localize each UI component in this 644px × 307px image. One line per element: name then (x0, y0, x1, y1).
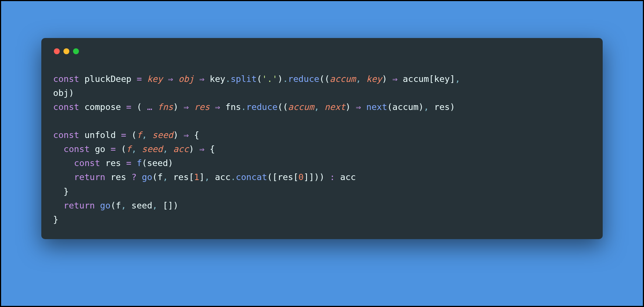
code-token: go (142, 172, 152, 182)
code-token (194, 144, 199, 154)
code-token (53, 186, 63, 197)
code-token: ⇒ (184, 102, 189, 112)
code-token: accum (398, 74, 429, 84)
code-token: split (231, 74, 257, 84)
code-token: ? (131, 172, 136, 182)
code-token: ( (142, 158, 147, 168)
code-token (173, 74, 178, 84)
code-token: . (283, 74, 288, 84)
code-token: [ (189, 172, 194, 182)
code-token (351, 102, 356, 112)
code-token: obj (179, 74, 194, 84)
code-token: ) (189, 144, 194, 154)
code-token (53, 158, 74, 168)
code-token: key (204, 74, 225, 84)
code-token (53, 200, 63, 211)
code-line: const res = f(seed) (53, 156, 591, 170)
code-token: : (330, 172, 335, 182)
code-token: ([ (267, 172, 277, 182)
code-token (53, 172, 74, 182)
minimize-icon[interactable] (63, 48, 69, 54)
code-token: accum (288, 102, 314, 112)
code-window: const pluckDeep = key ⇒ obj ⇒ key.split(… (41, 38, 603, 239)
code-token: ⇒ (215, 102, 220, 112)
code-token: ) (450, 102, 455, 112)
code-token: ⇒ (184, 130, 189, 140)
code-token: '.' (262, 74, 277, 84)
code-editor[interactable]: const pluckDeep = key ⇒ obj ⇒ key.split(… (53, 72, 591, 227)
code-token (189, 130, 194, 140)
code-token: ( (131, 130, 136, 140)
code-token (325, 172, 330, 182)
code-token: res (100, 158, 126, 168)
code-token: , (163, 172, 173, 182)
code-token: return (74, 172, 105, 182)
code-token: 1 (194, 172, 199, 182)
code-token: , (163, 144, 173, 154)
code-token: compose (79, 102, 126, 112)
code-token: , (152, 200, 163, 211)
code-token (189, 102, 194, 112)
code-token: const (53, 102, 79, 112)
code-token: , (121, 200, 131, 211)
code-token: ⇒ (168, 74, 173, 84)
code-token: acc (215, 172, 231, 182)
code-token: const (74, 158, 100, 168)
code-token: res (194, 102, 210, 112)
code-line: } (53, 213, 591, 227)
code-token: f (126, 144, 131, 154)
code-token: res (173, 172, 188, 182)
code-token: . (241, 102, 246, 112)
code-token: next (325, 102, 346, 112)
code-line: obj) (53, 86, 591, 100)
code-token: concat (236, 172, 267, 182)
code-token: (( (278, 102, 288, 112)
code-token: res (105, 172, 131, 182)
code-line: const compose = ( … fns) ⇒ res ⇒ fns.red… (53, 100, 591, 114)
code-token: [ (429, 74, 434, 84)
code-token: accum (330, 74, 356, 84)
code-token: { (194, 130, 199, 140)
code-token: . (225, 74, 231, 84)
code-token (136, 172, 142, 182)
code-token: return (63, 200, 95, 211)
code-token: … (142, 102, 157, 112)
code-token: f (157, 172, 163, 182)
close-icon[interactable] (54, 48, 60, 54)
code-token: fns (157, 102, 173, 112)
code-token: unfold (79, 130, 121, 140)
code-token: accum (392, 102, 419, 112)
code-token: key (147, 74, 163, 84)
code-token: go (90, 144, 111, 154)
code-token: ) (345, 102, 350, 112)
code-token: } (63, 186, 69, 197)
code-token: (( (319, 74, 330, 84)
code-token: ) (173, 102, 178, 112)
code-token: fns (220, 102, 241, 112)
code-token: const (53, 130, 79, 140)
code-line: return res ? go(f, res[1], acc.concat([r… (53, 170, 591, 184)
code-token (95, 200, 100, 211)
code-token: , (131, 144, 142, 154)
code-line: const unfold = (f, seed) ⇒ { (53, 128, 591, 142)
code-token: ] (199, 172, 204, 182)
code-token: go (100, 200, 110, 211)
code-token: = (126, 158, 131, 168)
code-token: 0 (298, 172, 304, 182)
code-token: obj (53, 88, 69, 98)
code-token: seed (142, 144, 163, 154)
code-token: seed (152, 130, 173, 140)
code-token: ( (136, 102, 142, 112)
code-token (179, 102, 184, 112)
code-token (179, 130, 184, 140)
code-token: = (136, 74, 142, 84)
code-token (131, 102, 136, 112)
code-token: , (455, 74, 465, 84)
code-line: return go(f, seed, []) (53, 199, 591, 213)
code-token: seed (147, 158, 168, 168)
zoom-icon[interactable] (73, 48, 79, 54)
code-token: , (356, 74, 366, 84)
code-token: , (204, 172, 215, 182)
code-token: []) (163, 200, 178, 211)
code-token: res (277, 172, 293, 182)
